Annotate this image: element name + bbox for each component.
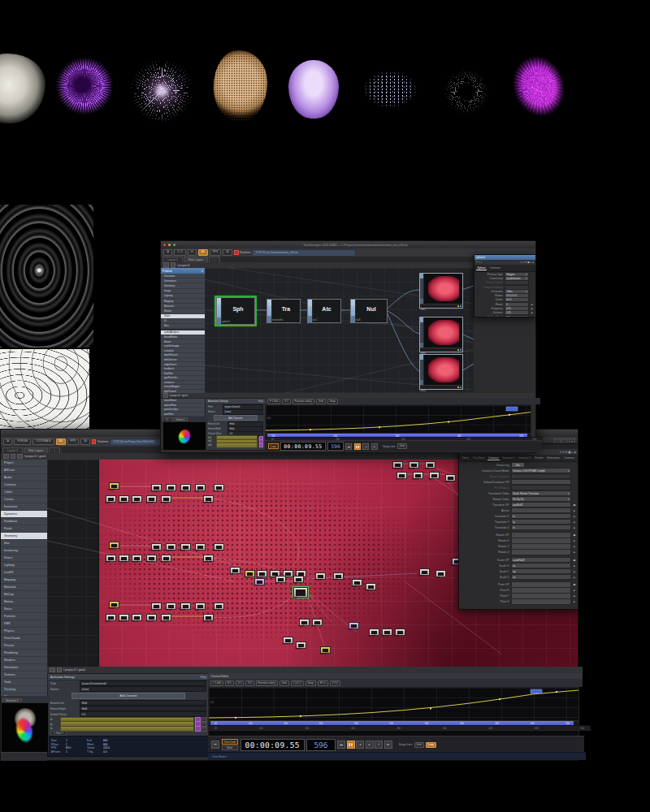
editor-tool-chip[interactable]: Snap [327,399,338,404]
operator-node[interactable]: merge2 [161,555,171,562]
expression-arrow[interactable]: ▣ [573,503,576,507]
display-flag-icon[interactable] [460,305,462,307]
operator-node[interactable]: noise3 [166,543,176,551]
operator-node[interactable]: chopto5 [151,603,162,610]
operator-node[interactable]: ramp1 [109,482,119,490]
expression-arrow[interactable]: ► [531,303,534,306]
anim-breadcrumb[interactable]: / project1 / geo1 [170,394,188,397]
expression-arrow[interactable]: ▣ [573,583,576,586]
operator-node[interactable]: sopNull3 [203,614,214,621]
operator-node[interactable]: xform4 [315,572,326,580]
curve-graph[interactable]: 0.5 [265,404,531,434]
sidebar-item[interactable]: Mapping [1,577,47,584]
operator-node[interactable]: ramp2 [109,542,119,549]
expression-arrow[interactable]: ► [573,570,576,573]
parameter-tab[interactable]: Instance 2 [501,456,516,460]
timecode-mode-button[interactable]: Loop [268,443,279,450]
stop-button[interactable]: ▬ [345,443,352,450]
operator-node[interactable]: merge1 [161,495,171,503]
sidebar-item[interactable]: Hair [1,540,47,547]
layout-tab-new[interactable]: New Layout [184,257,208,262]
sidebar-item[interactable]: Instancing [1,547,47,555]
expression-arrow[interactable]: ► [573,526,576,529]
channel-row[interactable]: ch3 [206,443,266,447]
expression-arrow[interactable]: ► [573,545,576,548]
sidebar-item[interactable]: Dynamics [1,511,47,518]
channel-bar[interactable] [60,726,194,732]
expression-arrow[interactable]: ► [573,589,576,592]
add-channels-button[interactable]: Add Channels [214,415,258,421]
operator-node[interactable]: merge3 [161,614,171,621]
anim-setting-field[interactable]: Hold [80,706,206,711]
breadcrumb[interactable]: / project1 [177,264,190,267]
expression-arrow[interactable]: ► [573,594,576,598]
operator-node[interactable]: speed1 [320,646,331,654]
operator-node[interactable]: tile1 [312,619,323,626]
editor-tool-chip[interactable]: K 0 [245,680,254,686]
viewer-node[interactable]: view1 [419,273,463,309]
operator-node[interactable]: ramp3 [109,601,119,608]
operator-node[interactable]: grid1 [106,495,116,503]
expression-arrow[interactable]: ► [573,551,576,554]
sidebar-item[interactable]: Tracking [1,686,47,693]
transport-button[interactable]: ⏭ [384,741,392,749]
editor-tool-chip[interactable]: H 1.1 [318,680,328,686]
layout-tab[interactable]: Layout 1 [162,257,183,262]
sidebar-item[interactable]: Rendering [1,650,47,657]
parameter-tab[interactable]: Common [563,456,576,460]
expression-arrow[interactable]: ► [573,564,576,568]
editor-tool-chip[interactable]: # 1,000 [210,680,223,686]
sidebar-item[interactable]: Motion [1,598,47,606]
operator-node[interactable]: out4 [436,570,446,577]
sidebar-item[interactable]: Materials [1,584,47,591]
expression-arrow[interactable]: ▣ [573,533,576,537]
operator-node[interactable]: select3 [396,472,407,479]
operator-node[interactable]: lag4 [195,603,206,610]
timing-value[interactable]: 120.0 [103,746,123,749]
toolbar-button[interactable]: ⌘ [163,249,172,256]
operator-node[interactable]: render1 [352,579,362,586]
timecode-display[interactable]: 00:00:09.55 [280,442,325,451]
channel-color-swatch[interactable] [259,443,264,448]
operator-node[interactable]: out3 [366,583,376,590]
anim-grid-icon[interactable] [50,667,55,673]
sidebar-item[interactable]: Kinect [1,555,47,562]
palette-menu-icon[interactable]: ≡ [202,270,203,273]
sidebar-item[interactable]: Derivative [1,503,47,511]
sidebar-item[interactable]: Physics [1,628,47,635]
sidebar-item[interactable]: Shaders [1,657,47,664]
minimize-icon[interactable] [168,244,171,247]
flag-icon[interactable] [457,387,459,388]
layout-tab-new[interactable]: New Layout [24,447,48,453]
expression-arrow[interactable]: ► [573,539,576,542]
layout-tab[interactable]: Layout 1 [2,447,23,453]
geometry-viewer[interactable] [162,421,206,451]
operator-node[interactable]: Tra transform1 [266,299,301,323]
operator-node[interactable]: chopto3 [151,543,162,551]
viewer-node[interactable]: view2 [419,317,463,352]
expression-arrow[interactable]: ▣ [573,559,576,562]
fps-value[interactable]: 30 [80,438,90,445]
operator-node[interactable]: math4 [257,570,267,577]
operator-node[interactable]: chopto6 [119,614,129,621]
operator-node[interactable]: chopto4 [119,555,129,562]
parameter-field[interactable] [511,549,571,555]
viewer-node[interactable]: view3 [419,354,463,390]
grid-icon[interactable] [163,262,169,268]
geometry-viewer[interactable] [1,702,49,754]
editor-tool-chip[interactable]: Grid [316,399,326,404]
operator-node[interactable]: math1 [214,484,224,491]
operator-node[interactable]: limit3 [180,603,191,610]
operator-node[interactable]: limit2 [180,543,191,551]
expression-arrow[interactable]: ► [573,520,576,524]
anim-grid-icon[interactable] [163,393,168,398]
parameter-tab[interactable]: Extensions [546,456,561,460]
operator-node[interactable]: vis1 [275,576,286,583]
operator-node[interactable]: chopto1 [151,484,162,491]
toolbar-button[interactable]: ⌘ [3,438,12,445]
sidebar-item[interactable]: Feedback [1,518,47,525]
timing-value[interactable]: 600 [103,743,123,746]
help-link[interactable]: Help [201,676,206,679]
channel-bar[interactable] [216,443,258,448]
sidebar-item[interactable]: Lighting [1,562,47,569]
